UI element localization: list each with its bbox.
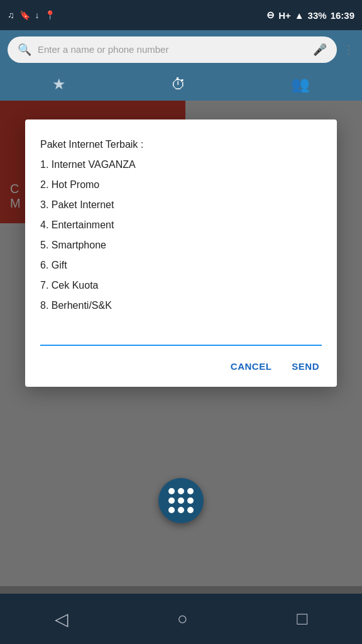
dialog-item-4: 4. Entertainment <box>40 215 322 235</box>
dialog-actions: CANCEL SEND <box>40 356 322 377</box>
tab-contacts[interactable]: 👥 <box>291 75 310 93</box>
send-button[interactable]: SEND <box>289 356 322 377</box>
location-icon: 📍 <box>45 10 55 20</box>
dialog-title: Paket Internet Terbaik : <box>40 135 322 155</box>
bookmark-icon: 🔖 <box>19 10 30 20</box>
cancel-button[interactable]: CANCEL <box>228 356 275 377</box>
fab-dot <box>187 488 194 494</box>
download-icon: ↓ <box>35 10 40 20</box>
fab-dot <box>178 488 184 494</box>
fab-dot <box>178 497 184 504</box>
music-icon: ♫ <box>8 10 14 20</box>
more-options-icon[interactable]: ⋮ <box>343 43 354 57</box>
fab-dot <box>187 507 194 513</box>
recents-button[interactable]: □ <box>297 609 307 629</box>
dialog-item-8: 8. Berhenti/S&K <box>40 296 322 316</box>
fab-dot <box>187 497 194 504</box>
wifi-icon: ▲ <box>295 10 304 21</box>
dialog-text-input[interactable] <box>40 328 322 346</box>
search-bar-area: 🔍 Enter a name or phone number 🎤 ⋮ <box>0 30 362 69</box>
app-background: CM Paket Internet Terbaik : 1. Internet … <box>0 101 362 586</box>
dialog: Paket Internet Terbaik : 1. Internet VAG… <box>25 119 337 387</box>
home-button[interactable]: ○ <box>177 609 188 629</box>
back-button[interactable]: ◁ <box>55 609 69 630</box>
status-right: ⊖ H+ ▲ 33% 16:39 <box>266 9 354 21</box>
mic-icon[interactable]: 🎤 <box>313 43 327 57</box>
fab-dot <box>168 497 175 504</box>
dialog-content: Paket Internet Terbaik : 1. Internet VAG… <box>40 135 322 316</box>
dialog-input-area[interactable] <box>40 328 322 348</box>
fab-button[interactable] <box>158 478 204 523</box>
dialog-item-2: 2. Hot Promo <box>40 175 322 195</box>
battery-icon: 33% <box>308 10 327 21</box>
tab-bar: ★ ⏱ 👥 <box>0 69 362 101</box>
tab-favorites[interactable]: ★ <box>52 75 66 93</box>
fab-dots <box>168 488 194 513</box>
signal-icon: H+ <box>278 10 291 21</box>
status-icons: ♫ 🔖 ↓ 📍 <box>8 10 55 20</box>
search-icon: 🔍 <box>18 43 31 57</box>
block-icon: ⊖ <box>266 9 275 21</box>
clock: 16:39 <box>331 10 354 21</box>
search-placeholder: Enter a name or phone number <box>38 43 307 56</box>
status-bar: ♫ 🔖 ↓ 📍 ⊖ H+ ▲ 33% 16:39 <box>0 0 362 30</box>
nav-bar: ◁ ○ □ <box>0 594 362 644</box>
fab-dot <box>168 507 175 513</box>
dialog-item-5: 5. Smartphone <box>40 235 322 255</box>
search-bar[interactable]: 🔍 Enter a name or phone number 🎤 <box>8 36 337 63</box>
fab-dot <box>168 488 175 494</box>
dialog-item-7: 7. Cek Kuota <box>40 275 322 296</box>
dialog-item-3: 3. Paket Internet <box>40 195 322 215</box>
tab-recent[interactable]: ⏱ <box>171 75 186 93</box>
dialog-item-6: 6. Gift <box>40 255 322 275</box>
dialog-item-1: 1. Internet VAGANZA <box>40 155 322 175</box>
fab-dot <box>178 507 184 513</box>
